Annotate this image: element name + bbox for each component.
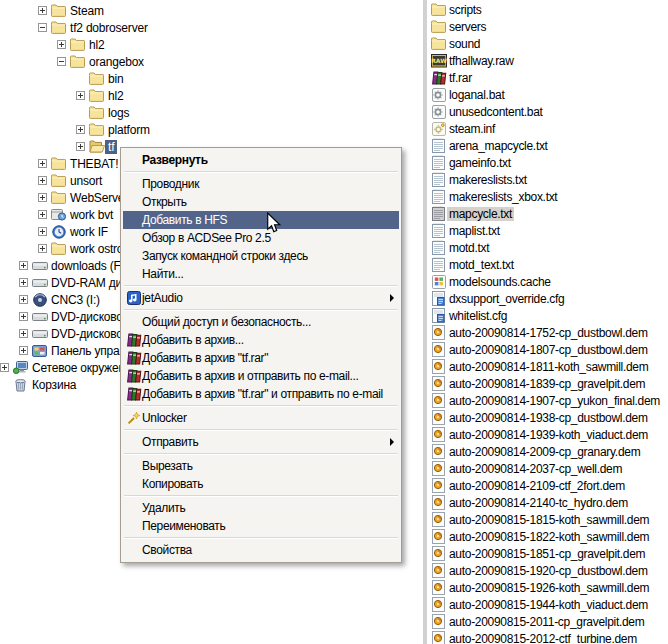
file-list-item[interactable]: auto-20090814-1939-koth_viaduct.dem <box>430 426 668 443</box>
network-places-icon <box>12 361 29 374</box>
expand-icon[interactable] <box>19 329 28 338</box>
file-list-item[interactable]: maplist.txt <box>430 222 668 239</box>
menu-item[interactable]: Открыть <box>123 193 399 211</box>
file-name-label: loganal.bat <box>447 88 506 102</box>
file-name-label: mapcycle.txt <box>447 207 514 221</box>
expand-icon[interactable] <box>19 295 28 304</box>
drive-icon <box>31 311 48 323</box>
menu-item[interactable]: Запуск командной строки здесь <box>123 247 399 265</box>
file-list-item[interactable]: motd_text.txt <box>430 256 668 273</box>
menu-item[interactable]: Добавить в архив... <box>123 331 399 349</box>
menu-item[interactable]: jetAudio <box>123 289 399 307</box>
file-list-item[interactable]: auto-20090814-1907-cp_yukon_final.dem <box>430 392 668 409</box>
file-list-item[interactable]: motd.txt <box>430 239 668 256</box>
expand-icon[interactable] <box>19 312 28 321</box>
menu-item[interactable]: Обзор в ACDSee Pro 2.5 <box>123 229 399 247</box>
file-list-item[interactable]: makereslists_xbox.txt <box>430 188 668 205</box>
file-list-item[interactable]: auto-20090815-2011-cp_gravelpit.dem <box>430 613 668 630</box>
tree-item[interactable]: logs <box>0 104 423 121</box>
file-list-item[interactable]: makereslists.txt <box>430 171 668 188</box>
menu-item[interactable]: Вырезать <box>123 457 399 475</box>
tree-item[interactable]: hl2 <box>0 36 423 53</box>
file-list-item[interactable]: whitelist.cfg <box>430 307 668 324</box>
expand-icon[interactable] <box>76 91 85 100</box>
file-list-item[interactable]: modelsounds.cache <box>430 273 668 290</box>
expand-icon[interactable] <box>38 6 47 15</box>
menu-item-label: Отправить <box>142 435 198 449</box>
file-name-label: auto-20090815-1822-koth_sawmill.dem <box>447 530 651 544</box>
expand-icon[interactable] <box>76 142 85 151</box>
file-list-item[interactable]: unusedcontent.bat <box>430 103 668 120</box>
menu-item[interactable]: Удалить <box>123 499 399 517</box>
tree-item[interactable]: bin <box>0 70 423 87</box>
file-list-item[interactable]: auto-20090814-1839-cp_gravelpit.dem <box>430 375 668 392</box>
expand-icon[interactable] <box>38 244 47 253</box>
file-name-label: auto-20090814-2140-tc_hydro.dem <box>447 496 630 510</box>
file-list-item[interactable]: auto-20090814-2037-cp_well.dem <box>430 460 668 477</box>
file-list-item[interactable]: gameinfo.txt <box>430 154 668 171</box>
collapse-icon[interactable] <box>38 23 47 32</box>
pane-splitter[interactable] <box>423 0 427 644</box>
dem-file-icon <box>430 563 447 578</box>
file-list-item[interactable]: scripts <box>430 1 668 18</box>
menu-item[interactable]: Unlocker <box>123 409 399 427</box>
tree-item[interactable]: Steam <box>0 2 423 19</box>
expand-icon[interactable] <box>19 261 28 270</box>
file-list-item[interactable]: auto-20090815-1944-koth_viaduct.dem <box>430 596 668 613</box>
file-name-label: scripts <box>447 3 484 17</box>
file-list-item[interactable]: auto-20090815-1926-koth_sawmill.dem <box>430 579 668 596</box>
menu-item[interactable]: Проводник <box>123 175 399 193</box>
file-list-item[interactable]: auto-20090814-2009-cp_granary.dem <box>430 443 668 460</box>
file-list-item[interactable]: arena_mapcycle.txt <box>430 137 668 154</box>
expand-icon[interactable] <box>0 363 9 372</box>
expand-icon[interactable] <box>76 125 85 134</box>
file-list-item[interactable]: auto-20090814-1807-cp_dustbowl.dem <box>430 341 668 358</box>
file-list-item[interactable]: loganal.bat <box>430 86 668 103</box>
expand-icon[interactable] <box>38 210 47 219</box>
tree-item[interactable]: orangebox <box>0 53 423 70</box>
menu-item[interactable]: Отправить <box>123 433 399 451</box>
file-list-item[interactable]: sound <box>430 35 668 52</box>
menu-item[interactable]: Добавить в архив "tf.rar" и отправить по… <box>123 385 399 403</box>
file-list-item[interactable]: RAWtfhallway.raw <box>430 52 668 69</box>
menu-item[interactable]: Свойства <box>123 541 399 559</box>
expand-icon[interactable] <box>38 159 47 168</box>
file-list-item[interactable]: auto-20090815-1920-cp_dustbowl.dem <box>430 562 668 579</box>
menu-item[interactable]: Переименовать <box>123 517 399 535</box>
expand-icon[interactable] <box>19 278 28 287</box>
expand-icon[interactable] <box>19 346 28 355</box>
expand-icon[interactable] <box>57 40 66 49</box>
dem-file-icon <box>430 342 447 357</box>
expand-icon[interactable] <box>38 227 47 236</box>
collapse-icon[interactable] <box>57 57 66 66</box>
tree-item[interactable]: hl2 <box>0 87 423 104</box>
file-list-item[interactable]: auto-20090814-1811-koth_sawmill.dem <box>430 358 668 375</box>
menu-item[interactable]: Копировать <box>123 475 399 493</box>
file-list-item[interactable]: auto-20090814-2109-ctf_2fort.dem <box>430 477 668 494</box>
menu-item-label: Копировать <box>142 477 203 491</box>
menu-item[interactable]: Найти... <box>123 265 399 283</box>
file-list-item[interactable]: auto-20090815-2012-ctf_turbine.dem <box>430 630 668 644</box>
menu-item[interactable]: Добавить в архив "tf.rar" <box>123 349 399 367</box>
file-list-item[interactable]: auto-20090814-2140-tc_hydro.dem <box>430 494 668 511</box>
expand-icon[interactable] <box>38 193 47 202</box>
expand-icon[interactable] <box>38 176 47 185</box>
file-list-item[interactable]: auto-20090815-1822-koth_sawmill.dem <box>430 528 668 545</box>
tree-item[interactable]: platform <box>0 121 423 138</box>
file-list-item[interactable]: auto-20090815-1851-cp_gravelpit.dem <box>430 545 668 562</box>
tree-item[interactable]: tf2 dobroserver <box>0 19 423 36</box>
file-list-item[interactable]: auto-20090814-1938-cp_dustbowl.dem <box>430 409 668 426</box>
file-list-item[interactable]: servers <box>430 18 668 35</box>
menu-item[interactable]: Общий доступ и безопасность... <box>123 313 399 331</box>
file-list-item[interactable]: dxsupport_override.cfg <box>430 290 668 307</box>
winrar-archive-icon <box>125 369 142 383</box>
menu-item[interactable]: Развернуть <box>123 151 399 169</box>
file-list-item[interactable]: auto-20090815-1815-koth_sawmill.dem <box>430 511 668 528</box>
file-list-item[interactable]: steam.inf <box>430 120 668 137</box>
file-list-item[interactable]: tf.rar <box>430 69 668 86</box>
file-name-label: auto-20090815-1815-koth_sawmill.dem <box>447 513 651 527</box>
file-list-item[interactable]: auto-20090814-1752-cp_dustbowl.dem <box>430 324 668 341</box>
menu-item[interactable]: Добавить в архив и отправить по e-mail..… <box>123 367 399 385</box>
file-list-item[interactable]: mapcycle.txt <box>430 205 668 222</box>
menu-item[interactable]: Добавить в HFS <box>123 211 399 229</box>
